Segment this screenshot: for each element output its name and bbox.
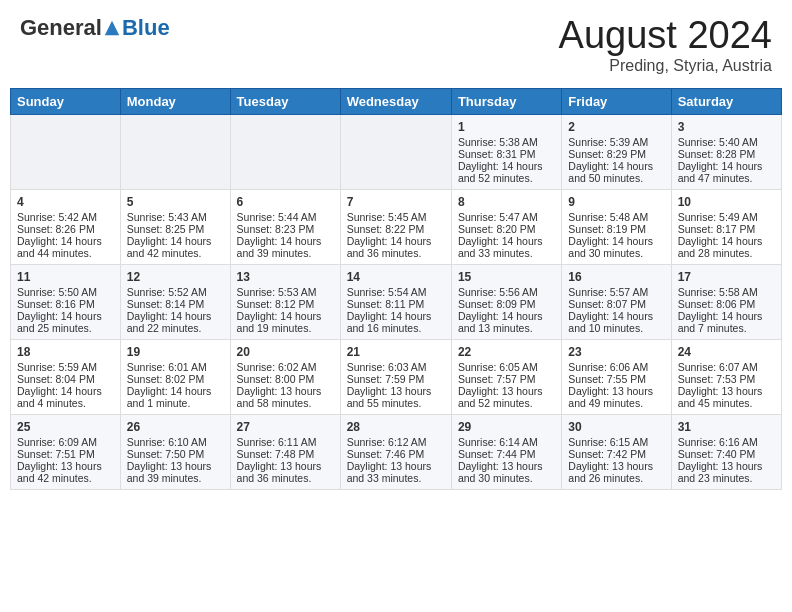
day-info-line: Sunrise: 5:42 AM	[17, 211, 114, 223]
day-info-line: Sunset: 8:29 PM	[568, 148, 664, 160]
day-info-line: and 42 minutes.	[17, 472, 114, 484]
day-info-line: Sunrise: 5:47 AM	[458, 211, 555, 223]
day-info-line: Sunset: 8:07 PM	[568, 298, 664, 310]
page-header: General Blue August 2024 Preding, Styria…	[10, 10, 782, 80]
day-info-line: Sunset: 7:53 PM	[678, 373, 775, 385]
day-info-line: and 23 minutes.	[678, 472, 775, 484]
day-info-line: Sunrise: 5:39 AM	[568, 136, 664, 148]
day-info-line: Sunset: 7:50 PM	[127, 448, 224, 460]
day-info-line: Daylight: 14 hours	[237, 235, 334, 247]
day-cell-2: 2Sunrise: 5:39 AMSunset: 8:29 PMDaylight…	[562, 114, 671, 189]
day-info-line: and 42 minutes.	[127, 247, 224, 259]
day-cell-13: 13Sunrise: 5:53 AMSunset: 8:12 PMDayligh…	[230, 264, 340, 339]
day-info-line: and 33 minutes.	[347, 472, 445, 484]
day-info-line: Sunrise: 5:58 AM	[678, 286, 775, 298]
day-cell-4: 4Sunrise: 5:42 AMSunset: 8:26 PMDaylight…	[11, 189, 121, 264]
day-info-line: Sunset: 8:11 PM	[347, 298, 445, 310]
day-info-line: Sunrise: 6:12 AM	[347, 436, 445, 448]
week-row-1: 1Sunrise: 5:38 AMSunset: 8:31 PMDaylight…	[11, 114, 782, 189]
calendar-header-row: SundayMondayTuesdayWednesdayThursdayFrid…	[11, 88, 782, 114]
day-cell-8: 8Sunrise: 5:47 AMSunset: 8:20 PMDaylight…	[451, 189, 561, 264]
day-info-line: and 30 minutes.	[568, 247, 664, 259]
logo-blue-text: Blue	[122, 15, 170, 41]
svg-marker-0	[105, 21, 119, 35]
day-number: 17	[678, 270, 775, 284]
col-header-tuesday: Tuesday	[230, 88, 340, 114]
day-info-line: Daylight: 13 hours	[17, 460, 114, 472]
day-info-line: Daylight: 14 hours	[127, 310, 224, 322]
day-number: 29	[458, 420, 555, 434]
day-number: 5	[127, 195, 224, 209]
day-info-line: Sunrise: 5:45 AM	[347, 211, 445, 223]
day-number: 24	[678, 345, 775, 359]
day-info-line: and 22 minutes.	[127, 322, 224, 334]
day-info-line: Daylight: 14 hours	[347, 235, 445, 247]
col-header-wednesday: Wednesday	[340, 88, 451, 114]
day-info-line: Daylight: 14 hours	[678, 160, 775, 172]
day-number: 14	[347, 270, 445, 284]
day-info-line: Sunset: 8:28 PM	[678, 148, 775, 160]
day-info-line: Sunrise: 5:43 AM	[127, 211, 224, 223]
day-cell-22: 22Sunrise: 6:05 AMSunset: 7:57 PMDayligh…	[451, 339, 561, 414]
day-number: 22	[458, 345, 555, 359]
day-info-line: Daylight: 14 hours	[568, 235, 664, 247]
day-info-line: Sunset: 7:51 PM	[17, 448, 114, 460]
day-info-line: Daylight: 13 hours	[568, 385, 664, 397]
day-info-line: and 36 minutes.	[237, 472, 334, 484]
day-cell-5: 5Sunrise: 5:43 AMSunset: 8:25 PMDaylight…	[120, 189, 230, 264]
day-info-line: Daylight: 13 hours	[678, 385, 775, 397]
day-info-line: and 36 minutes.	[347, 247, 445, 259]
day-cell-12: 12Sunrise: 5:52 AMSunset: 8:14 PMDayligh…	[120, 264, 230, 339]
day-info-line: Daylight: 14 hours	[237, 310, 334, 322]
day-info-line: Sunrise: 6:10 AM	[127, 436, 224, 448]
day-info-line: Sunrise: 6:02 AM	[237, 361, 334, 373]
day-info-line: Sunset: 7:46 PM	[347, 448, 445, 460]
day-cell-17: 17Sunrise: 5:58 AMSunset: 8:06 PMDayligh…	[671, 264, 781, 339]
day-cell-3: 3Sunrise: 5:40 AMSunset: 8:28 PMDaylight…	[671, 114, 781, 189]
day-cell-6: 6Sunrise: 5:44 AMSunset: 8:23 PMDaylight…	[230, 189, 340, 264]
day-number: 8	[458, 195, 555, 209]
day-info-line: Sunset: 8:31 PM	[458, 148, 555, 160]
day-cell-28: 28Sunrise: 6:12 AMSunset: 7:46 PMDayligh…	[340, 414, 451, 489]
day-info-line: and 7 minutes.	[678, 322, 775, 334]
day-info-line: Daylight: 13 hours	[458, 460, 555, 472]
day-number: 30	[568, 420, 664, 434]
day-cell-20: 20Sunrise: 6:02 AMSunset: 8:00 PMDayligh…	[230, 339, 340, 414]
day-info-line: Sunrise: 6:11 AM	[237, 436, 334, 448]
day-number: 3	[678, 120, 775, 134]
day-info-line: Sunrise: 5:53 AM	[237, 286, 334, 298]
day-info-line: Sunrise: 6:03 AM	[347, 361, 445, 373]
day-number: 25	[17, 420, 114, 434]
day-info-line: Sunrise: 5:52 AM	[127, 286, 224, 298]
day-cell-11: 11Sunrise: 5:50 AMSunset: 8:16 PMDayligh…	[11, 264, 121, 339]
day-number: 31	[678, 420, 775, 434]
day-info-line: Daylight: 14 hours	[678, 235, 775, 247]
day-info-line: and 58 minutes.	[237, 397, 334, 409]
day-info-line: Sunrise: 6:01 AM	[127, 361, 224, 373]
day-info-line: Daylight: 13 hours	[347, 460, 445, 472]
day-info-line: Daylight: 14 hours	[127, 385, 224, 397]
day-cell-30: 30Sunrise: 6:15 AMSunset: 7:42 PMDayligh…	[562, 414, 671, 489]
day-info-line: Daylight: 13 hours	[568, 460, 664, 472]
day-info-line: Daylight: 14 hours	[458, 310, 555, 322]
day-info-line: Sunrise: 6:14 AM	[458, 436, 555, 448]
day-info-line: Sunrise: 5:49 AM	[678, 211, 775, 223]
day-info-line: Sunrise: 5:57 AM	[568, 286, 664, 298]
day-info-line: Sunset: 8:06 PM	[678, 298, 775, 310]
day-info-line: and 1 minute.	[127, 397, 224, 409]
day-info-line: Sunrise: 5:59 AM	[17, 361, 114, 373]
day-info-line: and 26 minutes.	[568, 472, 664, 484]
day-cell-empty-3	[340, 114, 451, 189]
logo: General Blue	[20, 15, 170, 41]
day-info-line: and 28 minutes.	[678, 247, 775, 259]
day-cell-empty-0	[11, 114, 121, 189]
day-number: 26	[127, 420, 224, 434]
day-info-line: and 52 minutes.	[458, 172, 555, 184]
day-info-line: Sunrise: 5:38 AM	[458, 136, 555, 148]
day-info-line: and 45 minutes.	[678, 397, 775, 409]
day-number: 28	[347, 420, 445, 434]
day-info-line: Sunrise: 5:54 AM	[347, 286, 445, 298]
day-cell-27: 27Sunrise: 6:11 AMSunset: 7:48 PMDayligh…	[230, 414, 340, 489]
day-info-line: Sunset: 8:25 PM	[127, 223, 224, 235]
day-info-line: Daylight: 13 hours	[237, 460, 334, 472]
